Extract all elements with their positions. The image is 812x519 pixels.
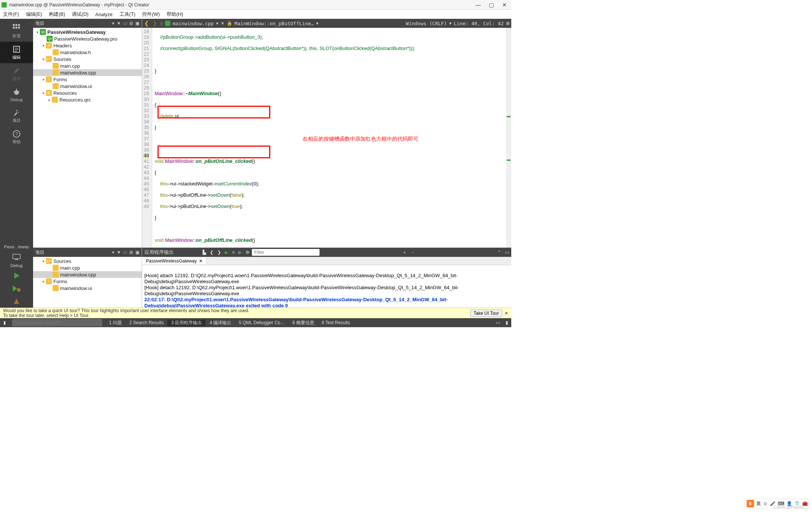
- link-icon[interactable]: ⬭: [123, 21, 127, 26]
- tree-mainwindow-ui[interactable]: mainwindow.ui: [60, 83, 92, 89]
- output-header: 应用程序输出 ▙ ❮ ❯ ▶ ■ ▶ ⚙ ＋ － ⌃: [142, 248, 511, 257]
- open-docs-tree[interactable]: ▾c+Sources main.cpp mainwindow.cpp ▾/For…: [33, 257, 142, 308]
- run-icon[interactable]: ▶: [225, 250, 228, 255]
- maximize-button[interactable]: ▢: [489, 2, 494, 8]
- output-text[interactable]: [Hook] attach 12192, D:\Qt\2.myProject\1…: [142, 265, 511, 308]
- od-mainwindow-cpp[interactable]: mainwindow.cpp: [60, 272, 96, 278]
- od-mainwindow-ui[interactable]: mainwindow.ui: [60, 285, 92, 291]
- build-button[interactable]: [0, 295, 33, 308]
- symbol-selector[interactable]: MainWindow::on_pButOffLine…: [235, 21, 314, 26]
- menu-edit[interactable]: 编辑(E): [26, 11, 42, 18]
- progress-icon[interactable]: ▭: [493, 320, 502, 325]
- menu-analyze[interactable]: Analyze: [95, 12, 112, 17]
- encoding-dropdown-icon[interactable]: ▾: [449, 21, 451, 26]
- tree-sources[interactable]: Sources: [53, 56, 71, 62]
- split-icon[interactable]: ⊞: [129, 21, 133, 26]
- close-tab-icon[interactable]: ✕: [199, 258, 203, 264]
- status-tab-general[interactable]: 6 概要信息: [289, 320, 318, 326]
- scroll-marks[interactable]: [506, 28, 511, 247]
- od-forms[interactable]: Forms: [53, 279, 67, 284]
- nav-forward-icon[interactable]: ❯: [152, 20, 158, 26]
- project-tree[interactable]: ▾QtPassiveWirelessGateway QtPassiveWirel…: [33, 28, 142, 247]
- app-icon: [2, 2, 7, 8]
- attach-icon[interactable]: ▶: [238, 250, 242, 255]
- filter-icon[interactable]: ▼: [117, 250, 121, 255]
- close-tour-icon[interactable]: ✕: [504, 311, 508, 316]
- tree-pro-file[interactable]: PassiveWirelessGateway.pro: [54, 36, 117, 42]
- zoom-out-icon[interactable]: －: [411, 249, 415, 256]
- close-button[interactable]: ✕: [502, 2, 507, 8]
- code-area[interactable]: 1819202122232425262728293031323334353637…: [142, 28, 511, 247]
- debug-run-button[interactable]: [0, 282, 33, 295]
- tree-mainwindow-cpp[interactable]: mainwindow.cpp: [60, 70, 96, 76]
- status-tab-issues[interactable]: 1 问题: [105, 320, 126, 326]
- od-main-cpp[interactable]: main.cpp: [60, 265, 80, 271]
- prev-icon[interactable]: ❮: [210, 250, 214, 255]
- file-dropdown-icon[interactable]: ▾: [216, 21, 218, 26]
- lock-icon[interactable]: 🔒: [227, 21, 232, 26]
- status-tab-compile[interactable]: 4 编译输出: [206, 320, 235, 326]
- tree-root[interactable]: PassiveWirelessGateway: [47, 29, 106, 35]
- tree-headers[interactable]: Headers: [53, 43, 72, 49]
- mode-edit[interactable]: 编辑: [0, 42, 33, 63]
- menu-file[interactable]: 文件(F): [3, 11, 19, 18]
- encoding-selector[interactable]: Windows (CRLF): [406, 21, 447, 26]
- next-icon[interactable]: ❯: [217, 250, 221, 255]
- cursor-position[interactable]: Line: 40, Col: 42: [454, 21, 504, 26]
- run-button[interactable]: [0, 269, 33, 282]
- kit-selector[interactable]: Passi…teway: [4, 244, 29, 249]
- target-selector[interactable]: [0, 250, 33, 263]
- close-panel-icon[interactable]: ▣: [135, 21, 139, 26]
- editor-close-icon[interactable]: ✕: [221, 21, 224, 26]
- menu-widgets[interactable]: 控件(W): [142, 11, 160, 18]
- menu-debug[interactable]: 调试(D): [72, 11, 88, 18]
- zoom-in-icon[interactable]: ＋: [402, 249, 407, 256]
- panel-dropdown-icon[interactable]: ▾: [112, 21, 114, 26]
- panel-dropdown-icon[interactable]: ▾: [112, 250, 114, 255]
- mode-help[interactable]: ? 帮助: [0, 126, 33, 148]
- status-tab-qml[interactable]: 5 QML Debugger Co…: [235, 320, 288, 325]
- filter-input[interactable]: [252, 249, 320, 256]
- menu-tools[interactable]: 工具(T): [120, 11, 136, 18]
- status-tab-tests[interactable]: 8 Test Results: [318, 320, 354, 325]
- tree-resources[interactable]: Resources: [53, 90, 77, 96]
- tree-resources-qrc[interactable]: Resources.qrc: [59, 97, 91, 103]
- symbol-dropdown-icon[interactable]: ▾: [316, 21, 318, 26]
- editor-filename[interactable]: mainwindow.cpp: [173, 21, 214, 26]
- mode-sidebar: 欢迎 编辑 设计 Debug 项目 ? 帮助 Passi…teway Debug: [0, 19, 33, 308]
- annotation-text: 在相应的按键槽函数中添加红色方框中的代码即可: [303, 136, 418, 142]
- svg-rect-6: [14, 46, 20, 52]
- tree-mainwindow-h[interactable]: mainwindow.h: [60, 50, 91, 55]
- close-output-icon[interactable]: ▭: [505, 250, 509, 255]
- toggle-sidebar-icon[interactable]: ▮: [0, 320, 9, 325]
- stop-icon[interactable]: ■: [232, 250, 235, 255]
- mode-welcome[interactable]: 欢迎: [0, 20, 33, 42]
- tree-main-cpp[interactable]: main.cpp: [60, 63, 80, 69]
- editor-split-icon[interactable]: ⊞: [506, 21, 510, 26]
- split-icon[interactable]: ⊞: [129, 250, 133, 255]
- toggle-right-icon[interactable]: ▮: [502, 320, 511, 325]
- take-tour-button[interactable]: Take UI Tour: [470, 310, 502, 317]
- tree-forms[interactable]: Forms: [53, 77, 67, 82]
- output-tab[interactable]: PassiveWirelessGateway✕: [142, 258, 207, 264]
- menu-build[interactable]: 构建(B): [49, 11, 65, 18]
- expand-icon[interactable]: ⌃: [497, 250, 501, 255]
- bookmark-icon[interactable]: ▯: [160, 21, 163, 26]
- minimize-button[interactable]: —: [476, 2, 481, 8]
- nav-back-icon[interactable]: ❮: [144, 20, 150, 26]
- tool-icon[interactable]: ▙: [203, 250, 206, 255]
- mode-debug[interactable]: Debug: [0, 85, 33, 105]
- status-tab-search[interactable]: 2 Search Results: [126, 320, 167, 325]
- status-tab-appoutput[interactable]: 3 应用程序输出: [167, 320, 206, 326]
- od-sources[interactable]: Sources: [53, 258, 71, 264]
- filter-icon[interactable]: ▼: [117, 21, 121, 26]
- mode-projects[interactable]: 项目: [0, 105, 33, 126]
- locator-input[interactable]: [12, 319, 102, 326]
- settings-icon[interactable]: ⚙: [245, 250, 250, 255]
- close-panel-icon[interactable]: ▣: [135, 250, 139, 255]
- link-icon[interactable]: ⬭: [123, 250, 127, 255]
- build-config[interactable]: Debug: [11, 263, 23, 268]
- line-gutter[interactable]: 1819202122232425262728293031323334353637…: [142, 28, 152, 247]
- menu-help[interactable]: 帮助(H): [167, 11, 183, 18]
- mode-design[interactable]: 设计: [0, 63, 33, 85]
